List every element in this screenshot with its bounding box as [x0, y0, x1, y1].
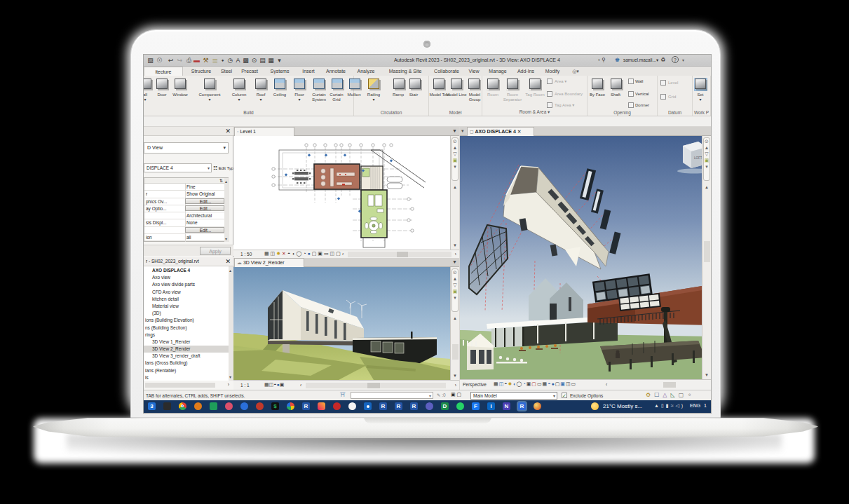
svg-text:LOFT: LOFT [694, 156, 702, 160]
